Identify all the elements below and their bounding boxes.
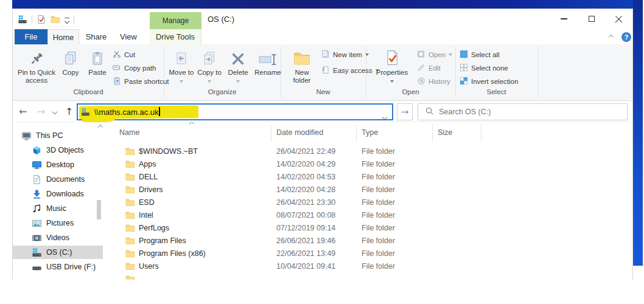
pin-to-quick-access-button[interactable]: Pin to Quick access: [16, 47, 57, 85]
up-arrow-icon[interactable]: ↑: [65, 101, 73, 122]
paste-button[interactable]: Paste: [85, 47, 110, 77]
table-row[interactable]: Drivers14/02/2020 04:28File folder: [119, 183, 632, 196]
file-name: Intel: [139, 211, 153, 219]
ribbon-home: Pin to Quick access Copy Paste Cut Copy …: [13, 44, 632, 101]
sidebar-item-label: USB Drive (F:): [46, 263, 96, 271]
sidebar-item-this-pc[interactable]: This PC: [13, 129, 103, 142]
file-type: File folder: [357, 147, 433, 156]
column-header-date-modified[interactable]: Date modified: [271, 125, 357, 142]
properties-check-icon[interactable]: [37, 15, 46, 24]
sidebar-item-music[interactable]: Music: [13, 202, 103, 215]
move-to-button[interactable]: Move to: [169, 47, 194, 85]
rename-button[interactable]: Rename: [253, 47, 283, 77]
invert-selection-icon: [460, 77, 468, 86]
sidebar-item-downloads[interactable]: Downloads: [13, 187, 103, 201]
folder-icon: [125, 249, 135, 258]
collapse-ribbon-icon[interactable]: [609, 35, 614, 40]
column-header-name[interactable]: Name: [119, 125, 271, 142]
folder-icon: [125, 274, 135, 280]
file-date-modified: 26/06/2021 19:46: [271, 237, 357, 245]
back-arrow-icon[interactable]: ←: [19, 101, 27, 122]
sidebar-item-label: Music: [46, 204, 66, 213]
go-to-address-button[interactable]: →: [397, 103, 413, 120]
select-all-icon: [460, 50, 468, 60]
select-all-button[interactable]: Select all: [460, 49, 500, 60]
tab-home[interactable]: Home: [47, 29, 79, 44]
window-controls: [550, 9, 632, 29]
sidebar-item-videos[interactable]: Videos: [13, 231, 103, 244]
sidebar-item-usb-drive-f-[interactable]: USB Drive (F:): [13, 260, 103, 274]
search-box[interactable]: Search OS (C:): [418, 103, 628, 120]
file-type: File folder: [357, 262, 433, 271]
select-none-button[interactable]: Select none: [460, 63, 508, 74]
help-icon[interactable]: ?: [621, 32, 631, 42]
sidebar-item-label: Videos: [46, 233, 69, 242]
column-headers: NameDate modifiedTypeSize: [119, 125, 632, 142]
delete-button[interactable]: Delete: [225, 47, 251, 85]
new-folder-button[interactable]: New folder: [287, 47, 317, 85]
sidebar-item-3d-objects[interactable]: 3D Objects: [13, 143, 103, 157]
file-name: PerfLogs: [139, 224, 169, 232]
table-row[interactable]: Users10/04/2021 09:41File folder: [119, 260, 632, 272]
forward-arrow-icon[interactable]: →: [37, 101, 45, 122]
address-bar-input[interactable]: \\maths.cam.ac.uk: [77, 103, 393, 120]
address-dropdown-chevron-icon[interactable]: [383, 111, 387, 122]
properties-button[interactable]: Properties: [373, 47, 411, 85]
file-date-modified: 14/02/2020 04:53: [271, 173, 357, 181]
new-item-button[interactable]: New item: [321, 49, 369, 60]
recent-locations-chevron-icon[interactable]: [53, 101, 57, 122]
table-row[interactable]: ESD26/04/2021 23:30File folder: [119, 196, 632, 209]
table-row[interactable]: DELL14/02/2020 04:53File folder: [119, 170, 632, 183]
file-date-modified: 22/06/2021 13:49: [271, 249, 357, 258]
sidebar-item-pictures[interactable]: Pictures: [13, 216, 103, 230]
copy-to-button[interactable]: Copy to: [197, 47, 222, 85]
quick-access-toolbar: [18, 14, 74, 25]
column-header-size[interactable]: Size: [433, 125, 481, 142]
toolbar-separator: [74, 15, 74, 24]
invert-selection-button[interactable]: Invert selection: [460, 76, 518, 87]
table-row[interactable]: Program Files (x86)22/06/2021 13:49File …: [119, 247, 632, 260]
address-toolbar: ← → ↑ \\maths.cam.ac.uk → Search OS (C:): [13, 101, 632, 122]
folder-icon: [125, 147, 135, 156]
dropdown-icon: [365, 54, 369, 56]
table-row[interactable]: Program Files26/06/2021 19:46File folder: [119, 234, 632, 247]
tab-file[interactable]: File: [15, 29, 47, 44]
paste-shortcut-button[interactable]: Paste shortcut: [113, 76, 169, 87]
open-group-label: Open: [366, 88, 455, 95]
file-list: NameDate modifiedTypeSize $WINDOWS.~BT26…: [119, 122, 632, 280]
file-date-modified: 14/02/2020 04:28: [271, 185, 357, 194]
maximize-button[interactable]: [578, 9, 605, 29]
sidebar-item-os-c-[interactable]: OS (C:): [13, 246, 103, 259]
table-row[interactable]: Apps14/02/2020 04:29File folder: [119, 157, 632, 170]
sidebar-item-label: Pictures: [46, 219, 74, 227]
file-date-modified: 26/04/2021 23:30: [271, 198, 357, 207]
customize-toolbar-dropdown-icon[interactable]: [65, 16, 69, 23]
file-name: Program Files: [139, 237, 186, 245]
cut-button[interactable]: Cut: [113, 49, 135, 60]
copy-button[interactable]: Copy: [58, 47, 83, 77]
tab-share[interactable]: Share: [79, 29, 113, 44]
table-row[interactable]: Intel08/07/2021 00:08File folder: [119, 209, 632, 221]
new-folder-qat-icon[interactable]: [51, 15, 60, 24]
copy-path-button[interactable]: Copy path: [113, 63, 156, 74]
file-name: $WINDOWS.~BT: [139, 147, 198, 156]
history-button[interactable]: History: [417, 76, 450, 87]
easy-access-button[interactable]: Easy access: [321, 65, 379, 76]
table-row[interactable]: $WINDOWS.~BT26/04/2021 22:49File folder: [119, 145, 632, 157]
sidebar-item-documents[interactable]: Documents: [13, 173, 103, 186]
file-type: File folder: [357, 211, 433, 219]
sidebar-item-desktop[interactable]: Desktop: [13, 158, 103, 171]
tab-drive-tools[interactable]: Drive Tools: [150, 29, 201, 44]
explorer-content: This PC3D ObjectsDesktopDocumentsDownloa…: [13, 122, 632, 280]
edit-button[interactable]: Edit: [417, 63, 441, 74]
table-row[interactable]: PerfLogs07/12/2019 09:14File folder: [119, 221, 632, 234]
delete-x-icon: [230, 47, 246, 67]
folder-icon: [125, 172, 135, 182]
tab-view[interactable]: View: [113, 29, 144, 44]
open-button[interactable]: Open: [417, 49, 452, 60]
search-icon: [425, 106, 433, 117]
folder-icon: [125, 159, 135, 169]
column-header-type[interactable]: Type: [357, 125, 433, 142]
minimize-button[interactable]: [550, 9, 578, 29]
close-button[interactable]: [605, 9, 632, 29]
